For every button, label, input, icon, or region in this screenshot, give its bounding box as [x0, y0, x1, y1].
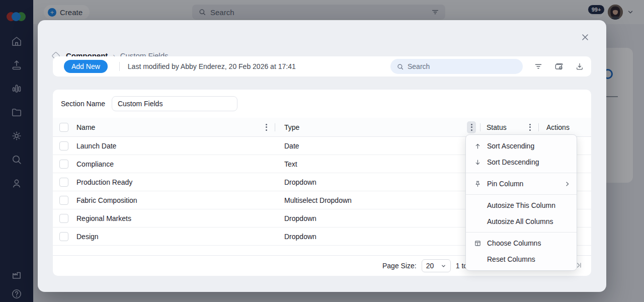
modal-search-input[interactable]: [408, 62, 517, 70]
last-modified-text: Last modified by Abby Enderez, 20 Feb 20…: [128, 62, 296, 70]
modal-toolbar: Add New Last modified by Abby Enderez, 2…: [53, 56, 591, 77]
cell-type: Multiselect Dropdown: [275, 191, 480, 209]
menu-item-label: Reset Columns: [487, 255, 535, 263]
add-new-button[interactable]: Add New: [64, 60, 108, 73]
menu-divider: [466, 194, 577, 195]
column-label-name: Name: [76, 123, 95, 131]
cell-name: Design: [53, 228, 275, 245]
field-name: Fabric Composition: [76, 196, 137, 204]
field-name: Production Ready: [76, 178, 132, 186]
modal-search[interactable]: [390, 59, 523, 74]
cell-name: Production Ready: [53, 173, 275, 191]
menu-item-label: Autosize This Column: [487, 201, 555, 209]
column-label-actions: Actions: [546, 123, 570, 131]
menu-item-label: Sort Descending: [487, 158, 539, 166]
page-size-group: Page Size: 20 1 to: [382, 256, 467, 276]
section-name-input[interactable]: [112, 96, 237, 111]
menu-item-autosize-this-column[interactable]: Autosize This Column: [466, 197, 577, 213]
menu-item-autosize-all-columns[interactable]: Autosize All Columns: [466, 213, 577, 230]
menu-item-choose-columns[interactable]: Choose Columns: [466, 235, 577, 251]
header-cell-status: Status: [480, 118, 539, 136]
cell-name: Compliance: [53, 155, 275, 173]
menu-item-label: Pin Column: [487, 180, 523, 188]
header-cell-name: Name: [53, 118, 275, 136]
chevron-right-icon: [564, 181, 571, 187]
download-icon[interactable]: [575, 62, 584, 71]
pin-icon: [473, 179, 482, 188]
row-checkbox[interactable]: [59, 141, 68, 150]
page-size-label: Page Size:: [382, 262, 417, 270]
search-icon: [396, 63, 404, 70]
row-checkbox[interactable]: [59, 214, 68, 223]
cell-type: Date: [275, 137, 480, 155]
menu-item-sort-ascending[interactable]: Sort Ascending: [466, 138, 577, 154]
column-label-type: Type: [284, 123, 299, 131]
select-all-checkbox[interactable]: [59, 123, 68, 132]
arrow-down-icon: [473, 158, 482, 167]
field-name: Compliance: [76, 160, 114, 168]
screen: + Create 99+ Component › Custom Fields: [0, 0, 644, 302]
row-checkbox[interactable]: [59, 178, 68, 187]
cell-type: Dropdown: [275, 173, 480, 191]
toolbar-right: [390, 59, 584, 74]
section-name-row: Section Name: [53, 90, 237, 118]
menu-item-label: Choose Columns: [487, 239, 541, 247]
kebab-icon-active[interactable]: [467, 121, 476, 133]
cell-type: Text: [275, 155, 480, 173]
cell-type: Dropdown: [275, 209, 480, 227]
menu-item-pin-column[interactable]: Pin Column: [466, 176, 577, 192]
menu-item-label: Autosize All Columns: [487, 217, 553, 225]
field-name: Launch Date: [76, 142, 116, 150]
cell-name: Regional Markets: [53, 209, 275, 227]
menu-divider: [466, 232, 577, 233]
cell-type: Dropdown: [275, 228, 480, 245]
table-columns-icon: [473, 239, 482, 248]
menu-item-label: Sort Ascending: [487, 142, 534, 150]
column-context-menu: Sort Ascending Sort Descending Pin Colum…: [465, 134, 577, 271]
menu-item-reset-columns[interactable]: Reset Columns: [466, 251, 577, 267]
page-size-value: 20: [426, 262, 434, 270]
header-cell-actions: Actions: [539, 118, 591, 136]
filter-icon[interactable]: [534, 62, 543, 71]
page-size-select[interactable]: 20: [422, 259, 451, 272]
close-icon: [580, 32, 590, 42]
menu-item-sort-descending[interactable]: Sort Descending: [466, 154, 577, 170]
row-checkbox[interactable]: [59, 196, 68, 205]
kebab-icon[interactable]: [525, 121, 534, 133]
toolbar-divider: [119, 62, 120, 71]
field-name: Regional Markets: [76, 214, 131, 222]
arrow-up-icon: [473, 141, 482, 150]
cell-name: Launch Date: [53, 137, 275, 155]
menu-divider: [466, 173, 577, 173]
close-button[interactable]: [578, 30, 592, 44]
column-label-status: Status: [487, 123, 507, 131]
chevron-down-icon: [441, 263, 446, 269]
custom-fields-modal: Component › Custom Fields Add New Last m…: [38, 20, 606, 292]
cell-name: Fabric Composition: [53, 191, 275, 209]
kebab-icon[interactable]: [262, 121, 271, 133]
row-checkbox[interactable]: [59, 232, 68, 241]
row-checkbox[interactable]: [59, 160, 68, 169]
section-name-label: Section Name: [61, 100, 105, 108]
header-cell-type: Type: [275, 118, 480, 136]
field-name: Design: [76, 233, 99, 241]
cards-icon[interactable]: [554, 61, 564, 71]
